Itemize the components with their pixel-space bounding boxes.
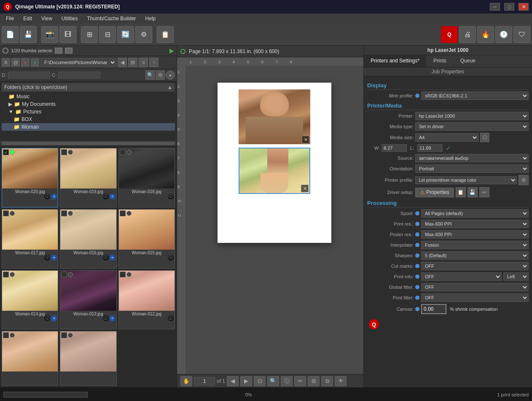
columns-button[interactable]: ⊟ <box>99 26 116 43</box>
driver-properties-btn[interactable]: ⚠ Properties <box>415 188 454 197</box>
maximize-button[interactable]: □ <box>504 3 514 11</box>
w-input[interactable] <box>382 144 407 152</box>
thumb-mode-btn2[interactable] <box>65 48 73 54</box>
nav-back-btn[interactable]: ◀ <box>118 58 127 67</box>
canvas-input[interactable] <box>421 304 446 314</box>
printer-profile-select[interactable]: Let printer/driver manage color <box>415 176 517 184</box>
radio-018[interactable] <box>126 150 132 155</box>
poster-res-select[interactable]: Max-600 PPI <box>421 230 529 239</box>
new-button[interactable]: 📄 <box>2 26 19 43</box>
radio-014[interactable] <box>10 272 15 277</box>
print-info-pos-select[interactable]: Left <box>503 272 529 281</box>
radio-020[interactable] <box>10 150 15 155</box>
check-box-018[interactable] <box>120 149 126 155</box>
bottom-red-btn[interactable]: Q <box>369 319 379 329</box>
check-box-010[interactable] <box>61 332 67 338</box>
add-green-btn[interactable]: + <box>31 58 39 67</box>
sharpen-select[interactable]: 5 (Default) <box>421 251 529 260</box>
cut-marks-select[interactable]: OFF <box>421 262 529 270</box>
tag-icon[interactable]: @ <box>11 58 20 67</box>
radio-012[interactable] <box>126 272 132 277</box>
menu-file[interactable]: File <box>2 15 18 22</box>
printer-select[interactable]: hp LaserJet 1000 <box>415 112 529 120</box>
film-button[interactable]: 🎞 <box>59 26 76 43</box>
save-button[interactable]: 💾 <box>20 26 37 43</box>
l-input[interactable] <box>417 144 443 152</box>
add-red-btn[interactable]: + <box>21 58 30 67</box>
check-box-020[interactable]: ✓ <box>3 149 9 155</box>
thumb-017[interactable]: ⓘ + Woman-017.jpg <box>2 209 58 269</box>
check-box-012[interactable] <box>120 272 126 277</box>
thumb-radio[interactable] <box>3 48 8 54</box>
zoom-in-btn[interactable]: 🔍 <box>267 376 279 386</box>
tree-item-woman[interactable]: 📁 Woman <box>2 123 175 131</box>
radio-013[interactable] <box>68 272 73 277</box>
check-box-011[interactable] <box>3 332 9 338</box>
radio-011[interactable] <box>10 333 15 338</box>
global-filter-select[interactable]: OFF <box>421 283 529 291</box>
red-action-button[interactable]: Q <box>441 26 458 43</box>
preview-btn[interactable]: 👁 <box>335 376 347 386</box>
remove-image-1-btn[interactable]: ✕ <box>302 136 309 143</box>
remove-image-2-btn[interactable]: ✕ <box>301 185 309 192</box>
check-box-016[interactable] <box>61 210 67 216</box>
settings-button[interactable]: ⚙ <box>135 26 152 43</box>
thumb-add-btn-020[interactable]: + <box>51 194 57 199</box>
tab-prints[interactable]: Prints <box>427 55 454 67</box>
hand-tool-btn[interactable]: ✋ <box>180 376 192 386</box>
thumb-info-btn-020[interactable]: ⓘ <box>44 194 50 199</box>
thumb-add-btn-016[interactable]: + <box>110 255 116 261</box>
hscroll[interactable] <box>2 142 175 145</box>
page-number-input[interactable] <box>194 377 215 385</box>
print-filter-select[interactable]: OFF <box>421 293 529 302</box>
menu-edit[interactable]: Edit <box>19 15 36 22</box>
media-type-select[interactable]: Set in driver <box>415 122 529 131</box>
thumb-014[interactable]: ⓘ + Woman-014.jpg <box>2 270 58 330</box>
fit-page-btn[interactable]: ⊡ <box>254 376 266 386</box>
tree-item-mydocs[interactable]: ▶ 📁 My Documents <box>2 100 175 108</box>
interpolate-select[interactable]: Fusion <box>421 241 529 249</box>
minimize-button[interactable]: ─ <box>490 3 500 11</box>
edit-btn[interactable]: ✏ <box>294 376 306 386</box>
media-size-icon-btn[interactable]: ⬡ <box>480 133 489 142</box>
thumb-info-btn-013[interactable]: ⓘ <box>103 315 109 321</box>
check-box-015[interactable] <box>120 210 126 216</box>
thumb-019[interactable]: ⓘ + Woman-019.jpg <box>60 148 116 207</box>
thumb-info-btn-016[interactable]: ⓘ <box>103 255 109 261</box>
thumb-010[interactable] <box>60 331 116 386</box>
c-input[interactable] <box>58 72 100 78</box>
thumb-info-btn-014[interactable]: ⓘ <box>44 315 50 321</box>
print-image-2[interactable]: ✕ <box>239 148 310 194</box>
thumb-add-btn-019[interactable]: + <box>110 194 116 199</box>
dc-refresh-btn[interactable]: ● <box>166 70 175 80</box>
printer-profile-settings-btn[interactable]: ⚙ <box>519 175 529 185</box>
nav-split-btn[interactable]: ⊞ <box>128 58 137 67</box>
radio-017[interactable] <box>10 211 15 216</box>
driver-copy-btn[interactable]: 📋 <box>456 187 466 197</box>
thumb-info-btn-017[interactable]: ⓘ <box>44 255 50 261</box>
thumb-016[interactable]: ⓘ + Woman-016.jpg <box>60 209 116 269</box>
refresh-button[interactable]: 🔄 <box>117 26 134 43</box>
check-box-017[interactable] <box>3 210 9 216</box>
menu-view[interactable]: View <box>37 15 56 22</box>
print-info-select[interactable]: OFF <box>421 272 502 281</box>
thumb-info-btn-019[interactable]: ⓘ <box>103 194 109 199</box>
media-size-select[interactable]: A4 <box>415 133 478 142</box>
thumb-info-btn-012[interactable]: ⓘ <box>168 315 174 321</box>
menu-help[interactable]: Help <box>141 15 160 22</box>
thumb-info-btn-018[interactable]: ⓘ <box>168 194 174 199</box>
check-box-019[interactable] <box>61 149 67 155</box>
fire-button[interactable]: 🔥 <box>477 26 494 43</box>
nav-up-btn[interactable]: ↑ <box>149 58 159 67</box>
canvas-content[interactable]: ✕ ✕ <box>185 66 363 374</box>
menu-utilities[interactable]: Utilities <box>57 15 82 22</box>
d-input[interactable] <box>8 72 50 78</box>
clock-button[interactable]: 🕐 <box>495 26 512 43</box>
driver-undo-btn[interactable]: ↩ <box>479 187 489 197</box>
thumb-add-btn-017[interactable]: + <box>51 255 57 261</box>
radio-019[interactable] <box>68 150 73 155</box>
dc-settings-btn[interactable]: ⚙ <box>156 70 165 80</box>
prev-page-btn[interactable]: ◀ <box>227 376 239 386</box>
dc-search-btn[interactable]: 🔍 <box>145 70 155 80</box>
camera-button[interactable]: 📸 <box>41 26 58 43</box>
